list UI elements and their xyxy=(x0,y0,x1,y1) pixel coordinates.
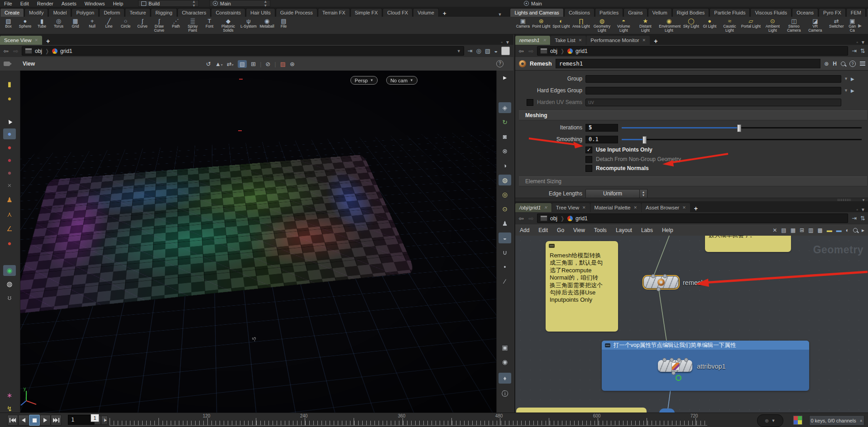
view-tumble-icon[interactable]: ↺ xyxy=(206,61,211,67)
settings-icon[interactable]: ⊛ xyxy=(290,61,295,67)
note-collapse-icon[interactable]: — xyxy=(549,244,555,248)
menu-file[interactable]: File xyxy=(0,1,16,6)
shelf-tool-portal-light[interactable]: ▱Portal Light xyxy=(740,17,761,34)
shelf-tool-ambient-light[interactable]: ⊙Ambient Light xyxy=(761,17,784,34)
auto-update-icon[interactable]: ↻ xyxy=(499,117,511,128)
tab-remesh1[interactable]: remesh1✕ xyxy=(515,36,550,45)
net-menu-edit[interactable]: Edit xyxy=(534,227,552,233)
disabled-tool-icon[interactable]: × xyxy=(3,180,16,191)
pose-tool-icon[interactable]: ◉ xyxy=(3,265,16,276)
iterations-slider[interactable] xyxy=(622,124,862,132)
net-menu-add[interactable]: Add xyxy=(515,227,534,233)
location-pin-icon[interactable]: ♦ xyxy=(499,373,511,384)
no-snap-icon[interactable]: ⊘ xyxy=(265,61,270,67)
chevron-up-icon[interactable]: ▲ xyxy=(859,418,863,422)
menu-help[interactable]: Help xyxy=(109,1,127,6)
shelf-tab-polygon[interactable]: Polygon xyxy=(72,8,99,17)
object-mode-icon[interactable]: ▧ xyxy=(485,47,490,54)
fast-forward-button[interactable] xyxy=(51,415,62,426)
rewind-button[interactable] xyxy=(7,415,18,426)
shelf-tool-circle[interactable]: ○Circle xyxy=(117,17,134,34)
node-remesh1[interactable] xyxy=(644,276,678,288)
param-path-field[interactable]: obj ❭ grid1 xyxy=(537,46,848,56)
shelf-tab-guide-process[interactable]: Guide Process xyxy=(276,8,317,17)
scene-path-field[interactable]: obj ❭ grid1 ▼ xyxy=(22,46,464,56)
node-input-dot[interactable] xyxy=(670,358,674,362)
node-attribvop1-label[interactable]: attribvop1 xyxy=(697,363,726,370)
paint-tool-icon[interactable]: ▮ xyxy=(3,79,16,90)
expand-icon[interactable]: ▸ xyxy=(862,227,864,233)
info-icon[interactable]: ⓘ xyxy=(499,388,511,399)
net-menu-labs[interactable]: Labs xyxy=(637,227,657,233)
edge-lengths-dropdown[interactable]: Uniform xyxy=(585,189,640,198)
iterations-input[interactable]: 5 xyxy=(585,124,618,132)
select-arrow-icon[interactable]: ▶ xyxy=(851,76,854,81)
shade-icon[interactable]: ◑ xyxy=(499,160,511,171)
breadcrumb-obj[interactable]: obj xyxy=(550,215,557,222)
shelf-tool-gan-camera[interactable]: ▣Gan Ca xyxy=(846,17,858,34)
shelf-tool-area-light[interactable]: ∏Area Light xyxy=(571,17,591,34)
net-menu-go[interactable]: Go xyxy=(552,227,569,233)
shelf-tool-caustic-light[interactable]: ≈Caustic Light xyxy=(719,17,740,34)
node-input-dot[interactable] xyxy=(677,358,681,362)
shelf-tool-geometry-light[interactable]: ◍Geometry Light xyxy=(591,17,613,34)
timeline-ruler[interactable] xyxy=(110,421,707,426)
menu-render[interactable]: Render xyxy=(33,1,58,6)
select-geometry-icon[interactable]: ▧ xyxy=(238,60,247,68)
shelf-tool-l-system[interactable]: ψL-System xyxy=(239,17,259,34)
node-input-dot[interactable] xyxy=(662,358,667,362)
tab-obj-grid1[interactable]: /obj/grid1✕ xyxy=(515,203,551,212)
smoothing-input[interactable]: 0.1 xyxy=(585,136,618,143)
pane-square-icon[interactable]: ▫ xyxy=(857,40,858,45)
render-icon[interactable]: ▨ xyxy=(280,61,286,67)
net-menu-tools[interactable]: Tools xyxy=(590,227,611,233)
shelf-tool-gi-light[interactable]: ●GI Light xyxy=(700,17,719,34)
tab-take-list[interactable]: Take List✕ xyxy=(551,36,586,45)
use-input-points-only-checkbox[interactable]: ✓ xyxy=(585,147,592,153)
close-icon[interactable]: ✕ xyxy=(682,205,686,210)
sculpt-tool-icon[interactable]: ● xyxy=(3,93,16,104)
shelf-tool-point-light[interactable]: ⊛Point Light xyxy=(531,17,551,34)
shelf-dropdown-icon[interactable]: ▼ xyxy=(495,12,505,17)
node-bottom-partial[interactable] xyxy=(659,408,675,413)
bone-tool-icon[interactable]: ∠ xyxy=(3,223,16,234)
node-output-dot[interactable] xyxy=(671,371,676,375)
shelf-tab-particle-fluids[interactable]: Particle Fluids xyxy=(710,8,750,17)
close-icon[interactable]: ✕ xyxy=(35,38,38,43)
pane-menu-icon[interactable]: ▼ xyxy=(861,40,865,45)
shelf-tab-particles[interactable]: Particles xyxy=(595,8,623,17)
back-icon[interactable]: ⇦ xyxy=(517,215,525,222)
shelf-tool-null[interactable]: +Null xyxy=(84,17,101,34)
stop-button[interactable] xyxy=(29,415,40,426)
node-output-dot[interactable] xyxy=(657,287,661,291)
element-sizing-section-header[interactable]: Element Sizing xyxy=(519,176,867,186)
pin-icon[interactable]: ⇥ xyxy=(852,47,857,54)
shelf-tab-deform[interactable]: Deform xyxy=(99,8,125,17)
pattern-view-icon[interactable]: ▩ xyxy=(817,227,822,233)
shelf-tab-simple-fx[interactable]: Simple FX xyxy=(350,8,383,17)
pane-square-icon[interactable]: ▫ xyxy=(501,40,503,45)
select-zoom-icon[interactable]: ⊞ xyxy=(251,61,256,67)
shelf-tool-box[interactable]: ▧Box xyxy=(0,17,17,34)
help-icon[interactable]: ? xyxy=(496,60,504,67)
menu-icon[interactable] xyxy=(860,62,865,66)
search-icon[interactable] xyxy=(853,228,858,232)
path-dropdown-icon[interactable]: ▼ xyxy=(457,49,461,53)
select-arrow-icon[interactable]: ▲ xyxy=(1,113,18,129)
add-pane-tab-button[interactable]: + xyxy=(43,38,53,45)
menu-windows[interactable]: Windows xyxy=(81,1,109,6)
shelf-tool-path[interactable]: ⋰Path xyxy=(168,17,184,34)
tab-tree-view[interactable]: Tree View✕ xyxy=(552,203,590,212)
pane-menu-icon[interactable]: ▼ xyxy=(505,40,510,45)
net-menu-view[interactable]: View xyxy=(569,227,590,233)
forward-icon[interactable]: ⇨ xyxy=(527,47,535,55)
tab-material-palette[interactable]: Material Palette✕ xyxy=(590,203,641,212)
group-input[interactable] xyxy=(585,75,841,83)
headlight-off-icon[interactable]: ⊗ xyxy=(499,146,511,157)
meshing-section-header[interactable]: Meshing xyxy=(519,110,867,120)
lock-icon[interactable]: ● xyxy=(3,128,16,139)
iterations-slider-handle[interactable] xyxy=(737,124,741,132)
shelf-tab-texture[interactable]: Texture xyxy=(125,8,150,17)
play-button[interactable] xyxy=(40,415,51,426)
forward-icon[interactable]: ⇨ xyxy=(527,215,535,222)
